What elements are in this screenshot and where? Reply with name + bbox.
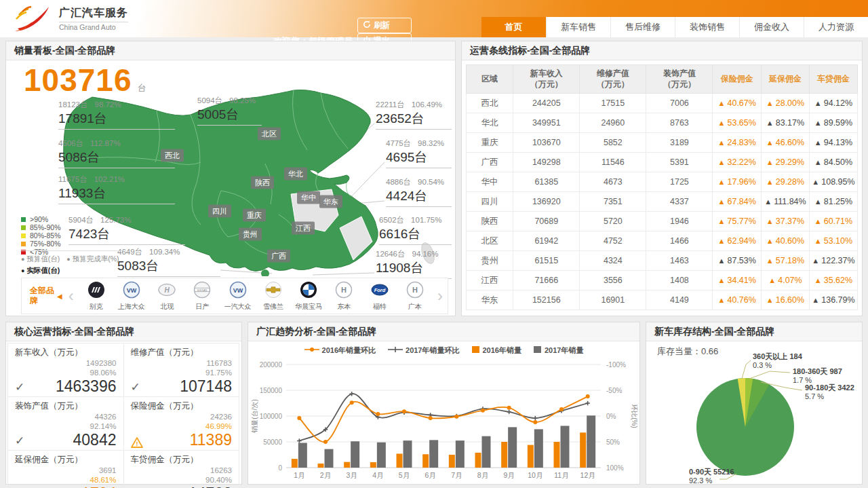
total-sales-figure: 103716 台 [24, 62, 146, 98]
up-arrow-icon: ▲ [812, 178, 819, 186]
repair-cell: 3556 [580, 271, 646, 290]
insurance-cell: ▲87.53% [713, 251, 762, 271]
all-brands-arrow-icon[interactable]: ◀ [57, 293, 62, 300]
brand-item-华晨宝马[interactable]: 华晨宝马 [292, 281, 325, 312]
up-arrow-icon: ▲ [814, 237, 822, 245]
kpi-completion-rate: 48.61% [15, 475, 117, 485]
marker-legend-row: ● 预算值(台)● 预算完成率(%) [21, 255, 123, 264]
tab-人力资源[interactable]: 人力资源 [804, 17, 868, 37]
brand-item-日产[interactable]: NISSAN日产 [186, 281, 218, 312]
tab-售后维修[interactable]: 售后维修 [610, 17, 675, 37]
table-row-华中: 华中6138546731725▲17.96%▲29.28%▲108.95% [467, 172, 858, 192]
loan-cell: ▲60.71% [809, 212, 857, 231]
loan-cell: ▲81.25% [809, 192, 857, 212]
warning-icon: ! [131, 437, 143, 448]
kpi-card-延保佣金: 延保佣金（万元）369148.61%!1794 [7, 450, 124, 488]
svg-text:Ford: Ford [374, 287, 385, 293]
new-car-cell: 71666 [513, 271, 580, 290]
legend-label: 80%-85% [30, 231, 61, 240]
sales-callout: 22211台106.49%23652台 [376, 100, 452, 130]
new-car-cell: 349951 [513, 113, 580, 133]
insurance-cell: ▲75.77% [713, 212, 762, 231]
inventory-pie-chart: 360天以上 1840.3 %180-360天 9871.7 %90-180天 … [646, 341, 862, 484]
kpi-grid: 新车收入（万元）149238098.06%✓1463396维修产值（万元）116… [6, 341, 241, 484]
vw-logo-icon: VW [229, 289, 247, 301]
tab-首页[interactable]: 首页 [481, 17, 546, 37]
check-icon: ✓ [15, 380, 24, 394]
table-row-贵州: 贵州6151543241463▲87.53%▲57.18%▲122.37% [467, 251, 858, 271]
main-nav: 首页新车销售售后维修装饰销售佣金收入人力资源 [481, 17, 868, 37]
tab-装饰销售[interactable]: 装饰销售 [675, 17, 739, 37]
refresh-button[interactable]: 刷新 [357, 18, 412, 33]
brand-item-一汽大众[interactable]: VW一汽大众 [222, 281, 254, 312]
brand-item-上海大众[interactable]: VW上海大众 [115, 281, 148, 312]
legend-item: 75%-80% [21, 240, 61, 248]
new-car-cell: 103670 [513, 133, 580, 153]
marker-legend-row: ● 实际值(台) [21, 266, 123, 276]
table-row-华东: 华东152156169014149▲40.76%▲16.60%▲136.79% [467, 290, 858, 310]
brand-item-广本[interactable]: H广本 [399, 281, 431, 312]
extended-cell: ▲28.00% [762, 94, 810, 113]
repair-cell: 11546 [580, 153, 646, 172]
insurance-cell: ▲40.76% [713, 290, 762, 310]
svg-text:100%: 100% [606, 464, 624, 472]
extended-cell: ▲29.29% [762, 153, 810, 172]
brand-item-福特[interactable]: Ford福特 [363, 281, 396, 312]
column-header-延保佣金: 延保佣金 [762, 65, 810, 94]
up-arrow-icon: ▲ [766, 99, 774, 107]
up-arrow-icon: ▲ [718, 198, 726, 206]
brand-scroll-left-icon[interactable]: ‹ [64, 282, 79, 309]
deco-cell: 4149 [646, 290, 713, 310]
tab-佣金收入[interactable]: 佣金收入 [739, 17, 804, 37]
svg-text:3月: 3月 [346, 471, 357, 479]
new-car-cell: 70689 [513, 212, 580, 231]
trend-analysis-panel: 广汇趋势分析-全国-全部品牌 2016年销量环比2017年销量环比2016年销量… [248, 322, 640, 485]
new-car-cell: 149298 [513, 153, 580, 172]
callout-budget-line: 5094台98.25% [197, 96, 262, 106]
kpi-bottom-row: ✓14702 [131, 485, 233, 488]
repair-cell: 5720 [580, 212, 646, 231]
extended-cell: ▲111.84% [762, 192, 810, 212]
extended-cell: ▲16.60% [762, 290, 810, 310]
table-row-北区: 北区6194247521466▲62.94%▲40.60%▲53.10% [467, 231, 858, 251]
svg-text:92.3 %: 92.3 % [689, 476, 712, 484]
brand-scroll-right-icon[interactable]: › [433, 282, 448, 309]
hainan-island [261, 269, 269, 276]
budget-dot-icon: ● 预算值(台) [21, 255, 60, 264]
legend-marker-icon [472, 346, 480, 354]
kpi-title: 延保佣金（万元） [15, 454, 117, 466]
deco-cell: 1466 [646, 231, 713, 251]
tab-新车销售[interactable]: 新车销售 [546, 17, 610, 37]
honda-logo-icon: H [335, 289, 353, 301]
brand-item-别克[interactable]: 别克 [80, 281, 113, 312]
callout-actual-value: 5005台 [197, 106, 262, 124]
brand-item-北现[interactable]: H北现 [151, 281, 183, 312]
svg-text:VW: VW [127, 286, 137, 293]
legend-swatch [21, 217, 26, 222]
kpi-actual-value: 40842 [73, 432, 117, 448]
sales-board-content: 103716 台 [6, 60, 455, 316]
brand-item-东本[interactable]: H东本 [328, 281, 360, 312]
kpi-card-装饰产值: 装饰产值（万元）4432692.14%✓40842 [7, 396, 124, 451]
kpi-completion-rate: 91.75% [131, 368, 233, 377]
legend-marker-icon [304, 346, 319, 354]
kpi-title: 保险佣金（万元） [131, 400, 233, 412]
brand-item-雪佛兰[interactable]: 雪佛兰 [257, 281, 290, 312]
repair-cell: 17515 [580, 94, 646, 113]
legend-item-2016年销量: 2016年销量 [472, 345, 521, 356]
svg-text:180-360天 987: 180-360天 987 [793, 367, 842, 375]
callout-budget-line: 4775台98.32% [386, 138, 452, 149]
new-car-cell: 152156 [513, 290, 580, 310]
legend-item-2016年销量环比: 2016年销量环比 [304, 345, 376, 356]
callout-budget-line: 18123台98.72% [58, 100, 175, 110]
all-brands-selector[interactable]: 全部品牌 [30, 286, 57, 306]
trend-analysis-title: 广汇趋势分析-全国-全部品牌 [248, 322, 639, 341]
svg-text:NISSAN: NISSAN [197, 288, 208, 291]
sales-callout: 4649台109.34%5083台 [117, 247, 220, 277]
svg-text:50%: 50% [606, 438, 620, 446]
total-sales-unit: 台 [138, 83, 146, 93]
region-cell: 四川 [467, 192, 513, 212]
sales-callout: 4886台90.54%4424台 [386, 177, 452, 207]
extended-cell: ▲4.07% [762, 271, 810, 290]
column-header-车贷佣金: 车贷佣金 [809, 65, 857, 94]
